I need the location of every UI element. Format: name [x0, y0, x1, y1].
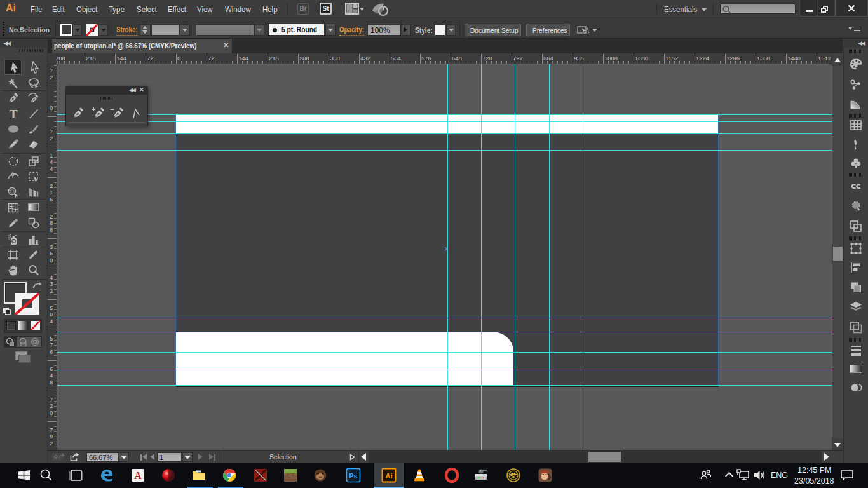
svg-text:A: A [134, 470, 142, 481]
svg-text:Ai: Ai [386, 472, 393, 480]
svg-text:S: S [512, 473, 515, 479]
svg-text:T: T [10, 107, 18, 120]
svg-text:Ps: Ps [349, 472, 357, 480]
